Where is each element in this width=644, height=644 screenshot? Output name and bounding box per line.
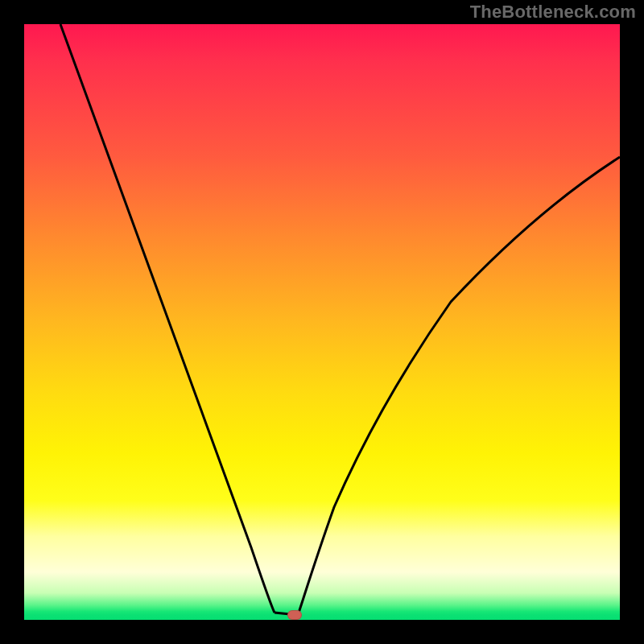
plot-area — [24, 24, 620, 620]
curve-left-branch — [60, 24, 275, 613]
optimal-point-marker — [287, 610, 302, 620]
chart-frame: TheBottleneck.com — [0, 0, 644, 644]
watermark-text: TheBottleneck.com — [470, 2, 636, 23]
bottleneck-curve — [24, 24, 620, 620]
curve-right-branch — [298, 157, 620, 615]
